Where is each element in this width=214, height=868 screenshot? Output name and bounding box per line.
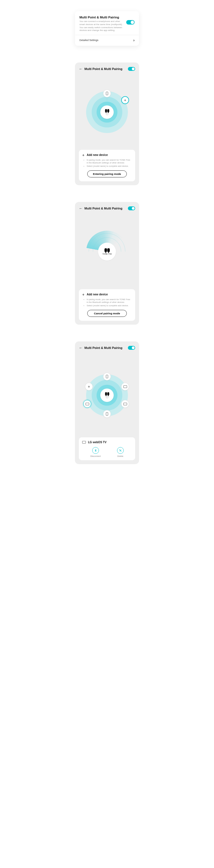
pairing-panel-multi: ← Multi Point & Multi Pairing + i	[75, 341, 139, 464]
multipoint-toggle[interactable]	[128, 67, 135, 71]
device-visualization: + i	[79, 74, 135, 150]
add-device-card: + Add new device In paring mode, you can…	[79, 150, 135, 181]
selected-device-name: LG webOS TV	[88, 441, 106, 444]
instructions-list: In paring mode, you can search for TONE …	[87, 159, 132, 167]
device-tv-icon[interactable]	[121, 383, 129, 391]
panel-title: Multi Point & Multi Pairing	[84, 207, 126, 210]
info-icon[interactable]: i	[106, 396, 108, 398]
card-description: You can connect a smartphone and other s…	[79, 20, 124, 32]
add-device-title: Add new device	[87, 153, 108, 156]
device-tv-selected-icon[interactable]	[83, 400, 91, 408]
earbuds-icon[interactable]: i	[100, 389, 114, 402]
add-device-icon[interactable]: +	[85, 383, 93, 391]
add-device-title: Add new device	[87, 293, 108, 296]
device-phone-icon[interactable]	[103, 373, 111, 380]
pairing-panel-initial: ← Multi Point & Multi Pairing + i	[75, 62, 139, 185]
device-tv-icon[interactable]	[121, 400, 129, 408]
disconnect-label: Disconnect	[90, 455, 101, 458]
multipoint-settings-card: Multi Point & Multi Pairing You can conn…	[75, 11, 139, 46]
device-model-label: TONE-T90	[102, 253, 112, 255]
cancel-pairing-button[interactable]: Cancel pairing mode	[87, 310, 127, 317]
add-device-card: + Add new device In paring mode, you can…	[79, 289, 135, 321]
radar-visualization: TONE-T90	[79, 214, 135, 289]
tv-icon	[82, 441, 86, 443]
plus-icon: +	[82, 153, 84, 157]
multipoint-toggle[interactable]	[128, 346, 135, 350]
back-icon[interactable]: ←	[79, 207, 83, 210]
add-device-icon[interactable]: +	[121, 96, 129, 104]
connected-phone-icon[interactable]	[103, 90, 111, 97]
delete-button[interactable]: Delete	[117, 447, 124, 458]
pairing-panel-searching: ← Multi Point & Multi Pairing TONE-T90 +…	[75, 202, 139, 325]
plus-icon: +	[82, 292, 84, 297]
enter-pairing-button[interactable]: Entering pairing mode	[87, 170, 127, 177]
card-title: Multi Point & Multi Pairing	[79, 16, 135, 19]
selected-device-card: LG webOS TV Disconnect	[79, 437, 135, 460]
info-icon[interactable]: i	[106, 113, 108, 115]
back-icon[interactable]: ←	[79, 346, 83, 350]
device-phone-icon[interactable]	[103, 410, 111, 418]
back-icon[interactable]: ←	[79, 67, 83, 71]
delete-icon	[117, 447, 124, 454]
panel-title: Multi Point & Multi Pairing	[84, 67, 126, 70]
multipoint-toggle[interactable]	[126, 20, 135, 25]
panel-title: Multi Point & Multi Pairing	[84, 346, 126, 349]
instruction-item: In paring mode, you can search for TONE …	[87, 159, 132, 164]
multipoint-toggle[interactable]	[128, 207, 135, 210]
instruction-item: Select (model name) to complete add devi…	[87, 304, 132, 307]
instruction-item: Select (model name) to complete add devi…	[87, 165, 132, 167]
detailed-settings-row[interactable]: Detailed Settings ›	[79, 35, 135, 42]
delete-label: Delete	[117, 455, 123, 458]
earbuds-icon[interactable]: i	[100, 105, 114, 119]
bluetooth-off-icon	[92, 447, 99, 454]
instructions-list: In paring mode, you can search for TONE …	[87, 298, 132, 307]
chevron-right-icon: ›	[133, 38, 135, 42]
earbuds-icon: TONE-T90	[98, 243, 116, 260]
device-map-visualization: + i	[79, 353, 135, 437]
instruction-item: In paring mode, you can search for TONE …	[87, 298, 132, 304]
disconnect-button[interactable]: Disconnect	[90, 447, 101, 458]
detailed-settings-label: Detailed Settings	[79, 39, 98, 41]
